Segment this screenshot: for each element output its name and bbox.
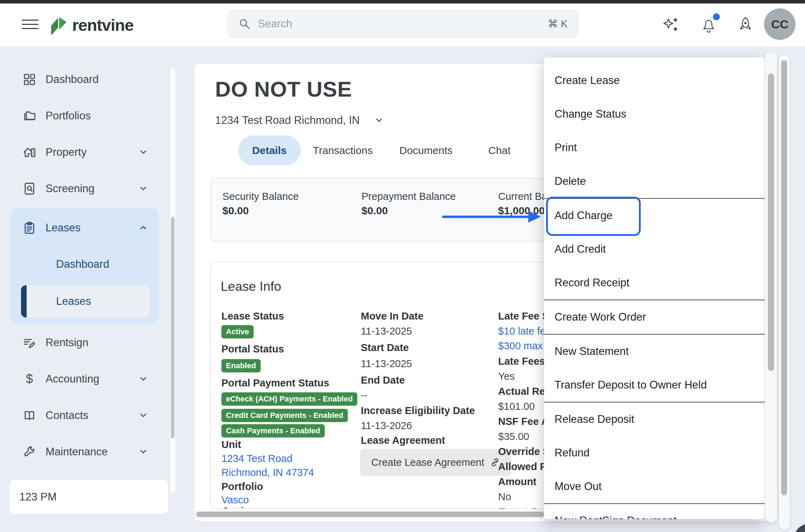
prepayment-balance-value: $0.00 [362, 205, 388, 217]
portal-payment-status-label: Portal Payment Status [221, 377, 329, 389]
address-text: 1234 Test Road Richmond, IN [215, 114, 360, 127]
lease-field-value: $101.00 [498, 401, 535, 412]
lease-field-label: NSF Fee A [498, 416, 549, 427]
status-badge-echeck: eCheck (ACH) Payments - Enabled [221, 392, 357, 406]
horizontal-scrollbar-thumb[interactable] [196, 512, 544, 517]
address-selector[interactable]: 1234 Test Road Richmond, IN [215, 114, 384, 127]
sparkles-icon[interactable] [662, 15, 682, 34]
menu-item-new-rentsign-document[interactable]: New RentSign Document [544, 504, 765, 519]
portfolio-label: Portfolio [221, 481, 263, 492]
menu-item-refund[interactable]: Refund [544, 436, 765, 470]
book-icon [22, 408, 37, 423]
sidebar-label: Dashboard [46, 73, 158, 86]
menu-item-transfer-deposit[interactable]: Transfer Deposit to Owner Held [544, 368, 765, 402]
chevron-down-icon [374, 115, 384, 126]
sidebar-subitem-leases-dashboard[interactable]: Dashboard [11, 249, 158, 279]
lease-status-label: Lease Status [221, 310, 284, 322]
active-indicator-bar [21, 285, 27, 317]
increase-eligibility-date-value: 11-13-2026 [361, 420, 412, 432]
avatar-initials: CC [771, 18, 788, 31]
sidebar-item-screening[interactable]: Screening [11, 173, 158, 205]
menu-item-new-statement[interactable]: New Statement [544, 335, 765, 368]
lease-field-label: Override S [498, 446, 550, 457]
sidebar-item-leases[interactable]: Leases [11, 212, 158, 244]
sidebar-item-accounting[interactable]: $ Accounting [11, 363, 158, 395]
unit-city-link[interactable]: Richmond, IN 47374 [221, 467, 314, 478]
status-badge-cash: Cash Payments - Enabled [221, 424, 325, 438]
sidebar-subitem-leases-leases[interactable]: Leases [21, 285, 150, 317]
user-avatar[interactable]: CC [764, 8, 796, 40]
late-fee-link[interactable]: $10 late fe [498, 326, 545, 337]
menu-item-delete[interactable]: Delete [544, 164, 765, 198]
security-balance-label: Security Balance [222, 191, 299, 202]
sidebar-item-portfolios[interactable]: Portfolios [11, 100, 158, 132]
start-date-label: Start Date [361, 342, 409, 354]
tab-details[interactable]: Details [238, 135, 301, 166]
rentvine-logo[interactable]: rentvine [48, 14, 133, 36]
sidebar-item-maintenance[interactable]: Maintenance [11, 436, 158, 468]
sidebar-scrollbar-thumb[interactable] [171, 217, 174, 439]
lease-field-label: Target D [499, 506, 539, 509]
status-badge-active: Active [221, 325, 254, 338]
tab-transactions[interactable]: Transactions [313, 135, 373, 166]
signature-icon [22, 335, 37, 350]
page-scrollbar-thumb[interactable] [781, 60, 787, 495]
rentvine-logo-mark [48, 14, 69, 36]
chevron-down-icon [138, 147, 149, 158]
chevron-up-icon [138, 223, 149, 233]
notification-dot [713, 13, 720, 20]
document-search-icon [22, 181, 37, 196]
create-lease-agreement-button[interactable]: Create Lease Agreement [360, 449, 511, 476]
dashboard-grid-icon [22, 72, 37, 87]
menu-scrollbar-thumb[interactable] [768, 74, 774, 371]
menu-item-create-lease[interactable]: Create Lease [544, 64, 765, 97]
menu-item-record-receipt[interactable]: Record Receipt [544, 266, 765, 300]
global-search[interactable]: ⌘ K [228, 10, 578, 38]
rentvine-logo-text: rentvine [72, 15, 133, 35]
hamburger-menu-icon[interactable] [22, 20, 39, 30]
search-icon [238, 18, 251, 30]
status-badge-enabled: Enabled [221, 359, 261, 372]
move-in-date-value: 11-13-2025 [361, 326, 412, 337]
chat-bubble-corner[interactable] [794, 524, 805, 532]
sidebar-item-rentsign[interactable]: Rentsign [11, 327, 158, 359]
notifications-bell[interactable] [699, 15, 718, 34]
increase-eligibility-date-label: Increase Eligibility Date [361, 405, 475, 416]
menu-item-add-charge[interactable]: Add Charge [544, 199, 765, 232]
menu-item-create-work-order[interactable]: Create Work Order [544, 300, 765, 334]
create-lease-agreement-label: Create Lease Agreement [371, 457, 484, 468]
menu-item-release-deposit[interactable]: Release Deposit [544, 402, 765, 436]
sidebar-label: Contacts [46, 409, 138, 422]
lease-actions-menu: Create Lease Change Status Print Delete … [544, 57, 765, 519]
late-fee-max-link[interactable]: $300 max [498, 340, 543, 352]
search-input[interactable] [257, 17, 548, 30]
menu-item-add-credit[interactable]: Add Credit [544, 232, 765, 266]
rocket-icon[interactable] [736, 15, 755, 34]
lease-field-label: Actual Re [498, 386, 545, 397]
move-in-date-label: Move In Date [361, 310, 424, 322]
search-shortcut-hint: ⌘ K [548, 18, 567, 30]
lease-agreement-label: Lease Agreement [361, 435, 445, 446]
menu-item-change-status[interactable]: Change Status [544, 97, 765, 131]
unit-address-link[interactable]: 1234 Test Road [221, 453, 293, 464]
status-badge-credit-card: Credit Card Payments - Enabled [221, 409, 348, 422]
tab-documents[interactable]: Documents [399, 135, 453, 166]
lease-field-label: Late Fees [498, 356, 545, 367]
wrench-icon [22, 444, 37, 459]
sidebar-label: Portfolios [46, 110, 158, 122]
tab-chat[interactable]: Chat [488, 135, 510, 166]
lease-field-value: Yes [498, 371, 515, 382]
menu-item-move-out[interactable]: Move Out [544, 470, 765, 503]
house-icon [22, 145, 37, 160]
lease-field-value: $35.00 [498, 431, 529, 442]
menu-item-print[interactable]: Print [544, 131, 765, 164]
sidebar-item-property[interactable]: Property [11, 136, 158, 168]
chevron-down-icon [138, 183, 149, 194]
sidebar-item-dashboard[interactable]: Dashboard [11, 63, 158, 96]
page-title: DO NOT USE [215, 77, 352, 102]
sidebar-label: Property [46, 146, 138, 159]
chevron-down-icon [138, 447, 149, 457]
sidebar-item-contacts[interactable]: Contacts [11, 399, 158, 432]
portfolio-link[interactable]: Vasco [221, 494, 249, 506]
sidebar-sublabel: Dashboard [56, 258, 109, 271]
